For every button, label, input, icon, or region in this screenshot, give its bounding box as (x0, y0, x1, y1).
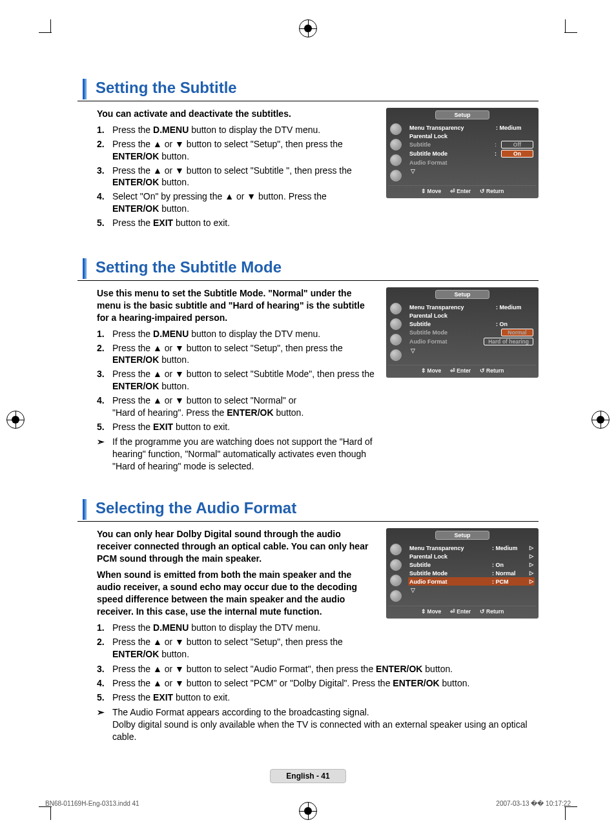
osd-category-icon (390, 154, 402, 166)
osd-panel: SetupMenu Transparency: MediumParental L… (386, 287, 539, 378)
osd-category-icon (390, 590, 402, 602)
osd-row: Subtitle ModeNormal (408, 328, 535, 337)
registration-mark-icon (591, 411, 610, 429)
crop-mark (565, 807, 566, 820)
step-item: 3.Press the ▲ or ▼ button to select "Aud… (97, 663, 539, 675)
osd-label: Parental Lock (409, 133, 493, 139)
crop-mark (565, 19, 566, 32)
osd-hint: ⇕Move (421, 367, 442, 374)
crop-mark (50, 807, 51, 820)
step-number: 5. (97, 421, 112, 433)
step-text: Press the ▲ or ▼ button to select "Setup… (112, 636, 376, 661)
section-title: Setting the Subtitle Mode (96, 257, 282, 280)
chevron-right-icon: ▷ (529, 579, 533, 584)
step-list: 1.Press the D.MENU button to display the… (97, 328, 376, 433)
step-list: 3.Press the ▲ or ▼ button to select "Aud… (97, 663, 539, 704)
step-item: 4.Press the ▲ or ▼ button to select "Nor… (97, 394, 376, 419)
osd-hint: ↺Return (480, 367, 504, 374)
crop-mark (564, 32, 577, 33)
section: Selecting the Audio FormatYou can only h… (77, 498, 539, 743)
step-text: Press the EXIT button to exit. (112, 217, 230, 229)
osd-label: Subtitle (409, 321, 493, 327)
text-column: Use this menu to set the Subtitle Mode. … (77, 287, 376, 472)
section-header: Selecting the Audio Format (77, 498, 539, 522)
section-header: Setting the Subtitle Mode (77, 257, 539, 281)
osd-row: Parental Lock (408, 311, 535, 320)
osd-label: Audio Format (409, 579, 489, 585)
osd-category-icon (390, 575, 402, 586)
text-column: You can only hear Dolby Digital sound th… (77, 528, 376, 662)
osd-row: Subtitle:Off (408, 140, 535, 149)
page-number-badge: English - 41 (45, 769, 571, 783)
note-arrow-icon: ➣ (97, 436, 112, 473)
note-item: ➣The Audio Format appears according to t… (97, 706, 539, 743)
manual-page: Setting the SubtitleYou can activate and… (0, 13, 616, 826)
step-text: Select "On" by pressing the ▲ or ▼ butto… (112, 190, 376, 215)
step-number: 4. (97, 190, 112, 215)
osd-hint: ⇕Move (421, 608, 442, 615)
note-text: If the programme you are watching does n… (112, 436, 376, 473)
page-content: Setting the SubtitleYou can activate and… (45, 39, 571, 743)
step-text: Press the ▲ or ▼ button to select "Setup… (112, 342, 376, 367)
step-item: 5.Press the EXIT button to exit. (97, 217, 376, 229)
osd-label: Audio Format (409, 159, 493, 166)
registration-mark-icon (299, 19, 317, 37)
step-item: 1.Press the D.MENU button to display the… (97, 328, 376, 340)
section-title: Selecting the Audio Format (96, 498, 296, 521)
osd-category-icon (390, 123, 402, 135)
osd-label: Subtitle Mode (409, 329, 500, 336)
note-text: The Audio Format appears according to th… (112, 706, 539, 743)
osd-label: Subtitle Mode (409, 570, 489, 577)
osd-footer: ⇕Move⏎Enter↺Return (389, 365, 536, 376)
osd-option: Off (501, 141, 533, 149)
osd-value: : Medium (493, 125, 533, 131)
step-text: Press the EXIT button to exit. (112, 691, 230, 704)
osd-footer: ⇕Move⏎Enter↺Return (389, 606, 536, 617)
page-number: English - 41 (270, 769, 345, 783)
step-item: 4.Select "On" by pressing the ▲ or ▼ but… (97, 190, 376, 215)
header-bar-icon (83, 79, 87, 99)
osd-category-icon (390, 303, 402, 314)
step-item: 2.Press the ▲ or ▼ button to select "Set… (97, 636, 376, 661)
step-number: 5. (97, 691, 112, 704)
crop-mark (50, 19, 51, 32)
osd-row: Audio Format (408, 158, 535, 167)
osd-hint: ↺Return (480, 608, 504, 615)
section-intro: Use this menu to set the Subtitle Mode. … (97, 287, 376, 324)
footer-timestamp: 2007-03-13 �� 10:17:22 (496, 800, 571, 807)
osd-value: : Medium (489, 545, 529, 551)
chevron-right-icon: ▷ (529, 570, 533, 576)
osd-value: : On (493, 321, 533, 327)
step-text: Press the D.MENU button to display the D… (112, 328, 320, 340)
step-item: 1.Press the D.MENU button to display the… (97, 622, 376, 634)
note-item: ➣If the programme you are watching does … (97, 436, 376, 473)
section: Setting the Subtitle ModeUse this menu t… (77, 257, 539, 472)
step-number: 3. (97, 663, 112, 675)
osd-category-icon (390, 559, 402, 571)
osd-row: Subtitle Mode: Normal▷ (408, 569, 535, 577)
osd-column: SetupMenu Transparency: Medium▷Parental … (386, 528, 539, 619)
step-item: 3.Press the ▲ or ▼ button to select "Sub… (97, 368, 376, 393)
osd-panel: SetupMenu Transparency: MediumParental L… (386, 108, 539, 198)
osd-hint: ↺Return (480, 188, 504, 194)
osd-row: Subtitle Mode:On (408, 149, 535, 158)
osd-column: SetupMenu Transparency: MediumParental L… (386, 287, 539, 378)
step-text: Press the ▲ or ▼ button to select "Norma… (112, 394, 303, 419)
step-text: Press the EXIT button to exit. (112, 421, 230, 433)
step-text: Press the ▲ or ▼ button to select "Subti… (112, 165, 376, 189)
section-intro: When sound is emitted from both the main… (97, 569, 376, 618)
osd-hint: ⏎Enter (450, 608, 471, 615)
osd-row: Parental Lock (408, 132, 535, 140)
step-number: 3. (97, 368, 112, 393)
print-footer: BN68-01169H-Eng-0313.indd 41 2007-03-13 … (45, 800, 571, 807)
osd-title: Setup (386, 108, 539, 121)
section-header: Setting the Subtitle (77, 77, 539, 101)
step-item: 2.Press the ▲ or ▼ button to select "Set… (97, 342, 376, 367)
osd-label: Menu Transparency (409, 125, 493, 131)
step-number: 2. (97, 138, 112, 163)
step-text: Press the D.MENU button to display the D… (112, 622, 320, 634)
chevron-down-icon: ▽ (409, 347, 415, 354)
osd-category-icon (390, 170, 402, 181)
registration-mark-icon (6, 411, 25, 429)
section: Setting the SubtitleYou can activate and… (77, 77, 539, 231)
